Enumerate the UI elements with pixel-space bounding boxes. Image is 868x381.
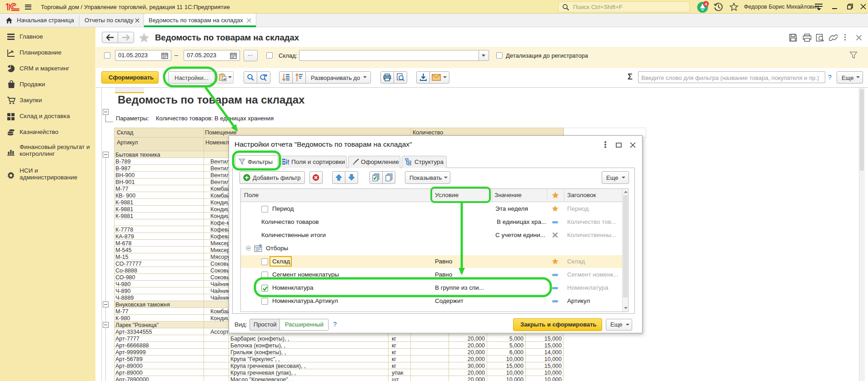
svg-text:4: 4	[705, 1, 708, 6]
